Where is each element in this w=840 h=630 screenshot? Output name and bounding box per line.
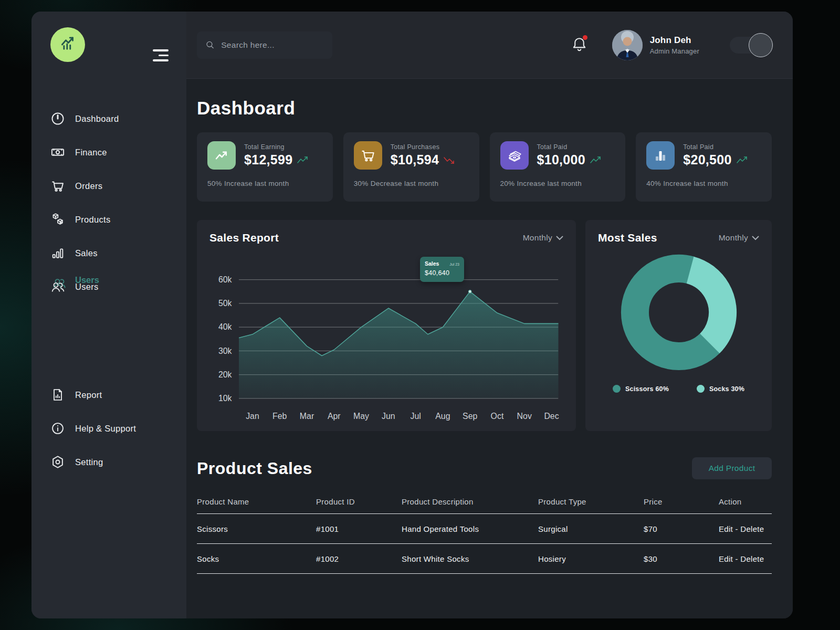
sidebar-item-sales[interactable]: Sales	[50, 243, 186, 264]
cart-icon	[50, 178, 65, 193]
mini-trend-up-icon	[590, 155, 602, 165]
cell-price: $30	[644, 554, 719, 563]
stat-value: $10,594	[391, 152, 439, 167]
most-sales-title: Most Sales	[598, 232, 657, 244]
sidebar-nav: Dashboard Finance Orders	[50, 108, 186, 297]
svg-text:20k: 20k	[218, 370, 232, 379]
sidebar-item-products[interactable]: Products	[50, 209, 186, 230]
legend-dot	[697, 385, 705, 393]
svg-text:Feb: Feb	[272, 412, 287, 421]
range-label: Monthly	[719, 233, 748, 243]
chevron-down-icon	[752, 236, 759, 240]
svg-text:60k: 60k	[218, 275, 232, 284]
sidebar-nav-bottom: Report Help & Support Setting	[50, 384, 186, 472]
cell-product-type: Surgical	[538, 524, 644, 533]
main-area: John Deh Admin Manager Dashboard	[186, 12, 793, 618]
cart-stat-icon	[354, 141, 382, 170]
search-input[interactable]	[221, 40, 324, 50]
stat-note: 30% Decrease last month	[354, 180, 469, 187]
sidebar-item-label: Setting	[75, 457, 103, 467]
users-icon	[50, 279, 65, 294]
column-chart-icon	[646, 141, 675, 170]
dashboard-content: Dashboard Total Earning $12,599	[186, 79, 793, 618]
stat-label: Total Purchases	[391, 143, 456, 151]
sidebar-item-label: Help & Support	[75, 424, 136, 434]
menu-toggle-icon[interactable]	[153, 49, 169, 65]
legend-item-socks: Socks 30%	[697, 385, 744, 393]
svg-text:May: May	[353, 412, 369, 421]
sidebar-item-dashboard[interactable]: Dashboard	[50, 108, 186, 129]
cell-product-description: Hand Operated Tools	[402, 524, 538, 533]
add-product-button[interactable]: Add Product	[692, 457, 772, 479]
cell-action-edit-delete[interactable]: Edit - Delete	[719, 524, 772, 533]
cell-product-name: Socks	[197, 554, 316, 563]
sidebar-item-label: Users	[75, 282, 99, 292]
cell-product-name: Scissors	[197, 524, 316, 533]
boxes-icon	[50, 212, 65, 227]
stat-value: $12,599	[244, 152, 292, 167]
svg-text:Jun: Jun	[382, 412, 395, 421]
search-icon	[205, 39, 215, 50]
stat-card-total-paid: Total Paid $10,000 20% Increase last mon…	[490, 132, 626, 202]
tooltip-value: $40,640	[425, 269, 459, 277]
sidebar-item-label: Products	[75, 215, 111, 225]
sidebar-item-users[interactable]: Users Users	[50, 276, 186, 297]
notifications-button[interactable]	[571, 35, 588, 55]
sidebar-item-orders[interactable]: Orders	[50, 175, 186, 196]
tooltip-date: Jul 23	[449, 262, 459, 266]
sidebar-item-setting[interactable]: Setting	[50, 452, 186, 472]
sidebar-item-label: Dashboard	[75, 114, 119, 124]
svg-text:Jul: Jul	[410, 412, 421, 421]
col-header-product-description: Product Description	[402, 497, 538, 506]
sidebar: Dashboard Finance Orders	[32, 12, 186, 618]
svg-text:Aug: Aug	[435, 412, 450, 421]
svg-text:50k: 50k	[218, 299, 232, 308]
sales-report-title: Sales Report	[209, 232, 279, 244]
search-box	[197, 32, 332, 59]
table-header-row: Product Name Product ID Product Descript…	[197, 490, 772, 514]
svg-text:Nov: Nov	[517, 412, 532, 421]
cell-product-description: Short White Socks	[402, 554, 538, 563]
svg-text:10k: 10k	[218, 394, 232, 403]
avatar[interactable]	[612, 30, 643, 60]
legend-dot	[613, 385, 621, 393]
sidebar-item-label: Sales	[75, 248, 98, 258]
most-sales-range-select[interactable]: Monthly	[719, 233, 759, 243]
mini-trend-up-icon	[297, 155, 309, 165]
info-icon	[50, 421, 65, 436]
topbar: John Deh Admin Manager	[186, 12, 793, 79]
product-sales-title: Product Sales	[197, 459, 312, 478]
product-table: Product Name Product ID Product Descript…	[197, 490, 772, 574]
toggle-knob	[749, 33, 773, 57]
report-icon	[50, 387, 65, 402]
svg-text:Apr: Apr	[328, 412, 341, 421]
theme-toggle[interactable]	[730, 37, 772, 54]
stat-label: Total Paid	[683, 143, 748, 151]
col-header-product-id: Product ID	[316, 497, 402, 506]
notification-badge	[583, 35, 587, 40]
stat-value: $10,000	[537, 152, 585, 167]
range-label: Monthly	[523, 233, 552, 243]
legend-label: Socks 30%	[709, 385, 744, 393]
donut-chart	[598, 251, 759, 373]
sales-area-chart: 60k50k40k30k20k10kJanFebMarAprMayJunJulA…	[209, 249, 563, 426]
sidebar-item-help[interactable]: Help & Support	[50, 418, 186, 439]
stat-label: Total Earning	[244, 143, 309, 151]
most-sales-panel: Most Sales Monthly Scissors 60%	[585, 220, 772, 431]
money-stack-icon	[500, 141, 529, 170]
sidebar-item-finance[interactable]: Finance	[50, 142, 186, 163]
sidebar-item-report[interactable]: Report	[50, 384, 186, 405]
mini-trend-up-icon	[736, 155, 749, 165]
stat-label: Total Paid	[537, 143, 602, 151]
stat-note: 40% Increase last month	[646, 180, 761, 187]
stat-value: $20,500	[683, 152, 731, 167]
cell-action-edit-delete[interactable]: Edit - Delete	[719, 554, 772, 563]
stat-card-total-purchases: Total Purchases $10,594 30% Decrease las…	[343, 132, 479, 202]
banknote-icon	[50, 145, 65, 160]
svg-text:Sep: Sep	[463, 412, 477, 421]
table-row: Scissors #1001 Hand Operated Tools Surgi…	[197, 514, 772, 544]
col-header-product-name: Product Name	[197, 497, 316, 506]
sales-report-range-select[interactable]: Monthly	[523, 233, 563, 243]
col-header-action: Action	[719, 497, 772, 506]
cell-product-id: #1002	[316, 554, 402, 563]
